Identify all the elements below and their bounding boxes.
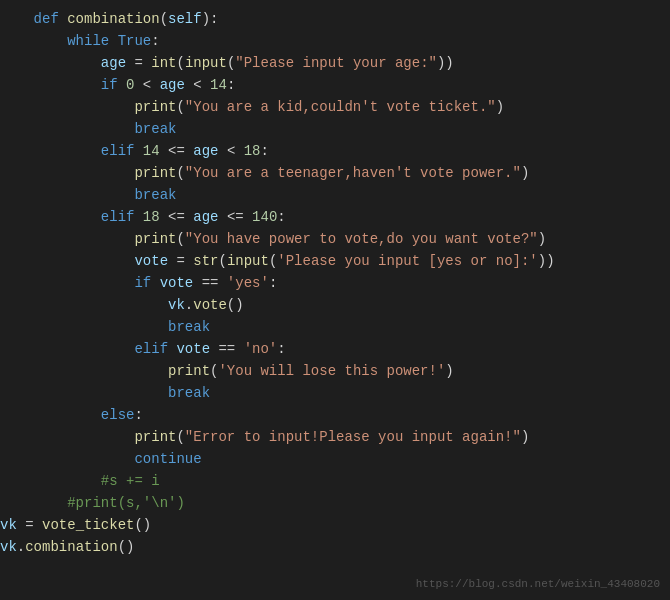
token-var: vk <box>168 297 185 313</box>
line-content: #print(s,'\n') <box>0 492 185 514</box>
token-plain: < <box>218 143 243 159</box>
token-plain: ) <box>521 165 529 181</box>
token-kw: continue <box>134 451 201 467</box>
code-line: print("Error to input!Please you input a… <box>0 426 670 448</box>
code-line: if 0 < age < 14: <box>0 74 670 96</box>
code-line: print("You are a kid,couldn't vote ticke… <box>0 96 670 118</box>
token-plain: = <box>168 253 193 269</box>
token-var: vote <box>176 341 210 357</box>
token-plain: ( <box>218 253 226 269</box>
token-kw: elif <box>101 209 143 225</box>
code-line: vk.combination() <box>0 536 670 558</box>
token-builtin: input <box>185 55 227 71</box>
token-str: 'no' <box>244 341 278 357</box>
token-fn: vote_ticket <box>42 517 134 533</box>
token-num: 14 <box>143 143 160 159</box>
code-line: age = int(input("Please input your age:"… <box>0 52 670 74</box>
code-line: break <box>0 382 670 404</box>
token-num: 18 <box>143 209 160 225</box>
code-line: print("You are a teenager,haven't vote p… <box>0 162 670 184</box>
token-plain: ( <box>176 55 184 71</box>
token-str: "Please input your age:" <box>235 55 437 71</box>
line-content: vote = str(input('Please you input [yes … <box>0 250 555 272</box>
token-str: 'You will lose this power!' <box>218 363 445 379</box>
token-kw: break <box>168 319 210 335</box>
code-line: vk = vote_ticket() <box>0 514 670 536</box>
token-kw: elif <box>101 143 143 159</box>
token-plain: : <box>227 77 235 93</box>
token-builtin: print <box>134 231 176 247</box>
line-content: if 0 < age < 14: <box>0 74 235 96</box>
token-kw: else <box>101 407 135 423</box>
token-plain: : <box>277 341 285 357</box>
token-var: age <box>160 77 185 93</box>
line-content: elif vote == 'no': <box>0 338 286 360</box>
token-var: vote <box>134 253 168 269</box>
token-plain: ) <box>496 99 504 115</box>
token-plain: . <box>185 297 193 313</box>
code-line: while True: <box>0 30 670 52</box>
token-var: age <box>101 55 126 71</box>
code-line: break <box>0 118 670 140</box>
token-str: "You have power to vote,do you want vote… <box>185 231 538 247</box>
token-plain: : <box>277 209 285 225</box>
line-content: while True: <box>0 30 160 52</box>
token-str: 'yes' <box>227 275 269 291</box>
token-plain: : <box>134 407 142 423</box>
line-content: def combination(self): <box>0 8 218 30</box>
token-plain: : <box>151 33 159 49</box>
code-line: #s += i <box>0 470 670 492</box>
code-line: continue <box>0 448 670 470</box>
code-line: elif 14 <= age < 18: <box>0 140 670 162</box>
token-num: 14 <box>210 77 227 93</box>
line-content: elif 14 <= age < 18: <box>0 140 269 162</box>
token-kw: while <box>67 33 117 49</box>
code-line: vk.vote() <box>0 294 670 316</box>
token-plain: < <box>185 77 210 93</box>
token-plain: == <box>193 275 227 291</box>
code-line: break <box>0 184 670 206</box>
token-num: 18 <box>244 143 261 159</box>
token-builtin: int <box>151 55 176 71</box>
token-plain: () <box>227 297 244 313</box>
code-line: def combination(self): <box>0 8 670 30</box>
line-content: age = int(input("Please input your age:"… <box>0 52 454 74</box>
token-str: "Error to input!Please you input again!" <box>185 429 521 445</box>
code-line: if vote == 'yes': <box>0 272 670 294</box>
token-plain: )) <box>538 253 555 269</box>
line-content: print("Error to input!Please you input a… <box>0 426 529 448</box>
watermark: https://blog.csdn.net/weixin_43408020 <box>416 578 660 590</box>
token-plain: <= <box>160 209 194 225</box>
line-content: #s += i <box>0 470 160 492</box>
line-content: print("You have power to vote,do you wan… <box>0 228 546 250</box>
token-plain: = <box>17 517 42 533</box>
token-var: age <box>193 209 218 225</box>
token-plain: ) <box>538 231 546 247</box>
token-plain: < <box>134 77 159 93</box>
line-content: vk = vote_ticket() <box>0 514 151 536</box>
token-kw: True <box>118 33 152 49</box>
code-line: print("You have power to vote,do you wan… <box>0 228 670 250</box>
token-num: 140 <box>252 209 277 225</box>
token-var: vk <box>0 539 17 555</box>
token-plain: ( <box>176 429 184 445</box>
token-kw: break <box>134 121 176 137</box>
token-var: vote <box>160 275 194 291</box>
code-line: #print(s,'\n') <box>0 492 670 514</box>
token-plain: . <box>17 539 25 555</box>
token-plain: <= <box>160 143 194 159</box>
token-kw: break <box>134 187 176 203</box>
token-comment: #s += i <box>101 473 160 489</box>
line-content: break <box>0 316 210 338</box>
token-comment: #print(s,'\n') <box>67 495 185 511</box>
token-plain: : <box>261 143 269 159</box>
token-builtin: print <box>168 363 210 379</box>
token-plain: : <box>269 275 277 291</box>
token-plain: ( <box>176 99 184 115</box>
code-content: def combination(self): while True: age =… <box>0 8 670 558</box>
line-content: break <box>0 184 176 206</box>
token-builtin: print <box>134 429 176 445</box>
token-plain: ( <box>176 165 184 181</box>
token-kw: break <box>168 385 210 401</box>
line-content: else: <box>0 404 143 426</box>
